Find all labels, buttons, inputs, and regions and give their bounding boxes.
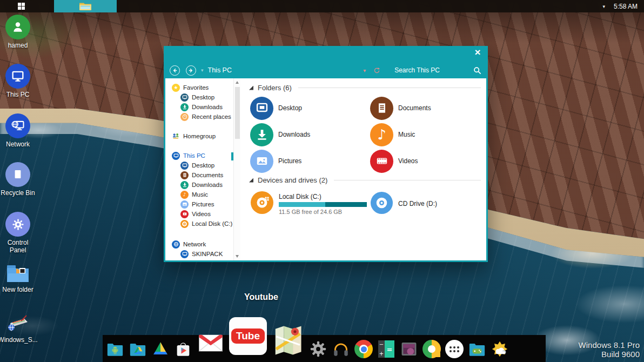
scrollbar-thumb[interactable] xyxy=(235,87,240,139)
forward-button[interactable] xyxy=(186,65,196,76)
desktop-icon-label: hamed xyxy=(8,42,28,49)
dock-tooltip: Youtube xyxy=(244,292,278,302)
desktop-icon-windows-setup[interactable]: Windows_S... xyxy=(0,314,36,344)
group-header-devices[interactable]: Devices and drives (2) xyxy=(249,176,481,184)
breadcrumb[interactable]: This PC xyxy=(208,66,232,74)
folder-tile-documents[interactable]: Documents xyxy=(370,96,486,120)
download-icon xyxy=(180,103,189,111)
monitor-icon xyxy=(180,93,189,102)
drives-grid: Local Disk (C:) 11.5 GB free of 24.6 GB … xyxy=(249,190,481,218)
play-music-headphones-icon[interactable] xyxy=(332,340,350,358)
windows-build-watermark: Windows 8.1 Pro Build 9600 xyxy=(579,340,640,359)
google-maps-icon[interactable] xyxy=(271,323,305,356)
android-folder-icon[interactable] xyxy=(106,340,124,358)
sidebar-scrollbar[interactable] xyxy=(233,78,240,260)
folder-tile-videos[interactable]: Videos xyxy=(370,149,486,173)
sidebar-item-documents[interactable]: Documents xyxy=(165,170,233,180)
folder-icon xyxy=(79,2,92,11)
close-icon[interactable]: × xyxy=(472,48,484,58)
sidebar-item-pc-downloads[interactable]: Downloads xyxy=(165,180,233,190)
folder-content-pane: Folders (6) Desktop Documents xyxy=(240,78,486,260)
sidebar-item-music[interactable]: ♪ Music xyxy=(165,190,233,199)
folder-tile-music[interactable]: ♪ Music xyxy=(370,123,486,146)
folder-tile-desktop[interactable]: Desktop xyxy=(250,96,370,120)
folder-tile-pictures[interactable]: Pictures xyxy=(250,149,370,173)
recent-locations-chevron-icon[interactable]: ▾ xyxy=(201,68,204,73)
user-avatar-icon xyxy=(5,15,30,39)
video-icon xyxy=(180,210,189,218)
folder-tile-downloads[interactable]: Downloads xyxy=(250,123,370,146)
desktop-icon-user[interactable]: hamed xyxy=(0,15,36,49)
disk-usage-bar xyxy=(279,202,367,207)
youtube-icon[interactable]: Tube xyxy=(229,317,267,355)
app-drawer-icon[interactable] xyxy=(445,340,464,358)
drive-tile-local-disk[interactable]: Local Disk (C:) 11.5 GB free of 24.6 GB xyxy=(250,190,370,218)
film-strip-icon xyxy=(370,150,393,173)
settings-gear-icon[interactable] xyxy=(309,340,327,358)
app-dock: Tube −+= xyxy=(103,335,546,362)
desktop-icon-this-pc[interactable]: This PC xyxy=(0,64,36,98)
desktop-icon-recycle-bin[interactable]: Recycle Bin xyxy=(0,162,36,197)
desktop-screen: ▾ 5:58 AM hamed This PC Network Recycle … xyxy=(0,0,644,362)
play-store-icon[interactable] xyxy=(174,340,192,358)
document-icon xyxy=(370,97,393,120)
taskbar-file-explorer-button[interactable] xyxy=(54,0,117,12)
hard-disk-icon xyxy=(250,191,274,217)
chrome-icon[interactable] xyxy=(354,340,373,358)
refresh-icon[interactable] xyxy=(373,67,380,74)
sidebar-item-videos[interactable]: Videos xyxy=(165,209,233,219)
download-icon xyxy=(250,123,273,146)
gmail-icon[interactable] xyxy=(197,329,225,357)
search-icon[interactable] xyxy=(473,66,481,75)
desktop-icon-network[interactable]: Network xyxy=(0,113,36,148)
desktop-icon-control-panel[interactable]: Control Panel xyxy=(0,212,36,254)
photo-icon xyxy=(250,150,273,173)
address-dropdown-chevron-icon[interactable]: ▾ xyxy=(363,68,366,73)
sidebar-item-local-disk[interactable]: Local Disk (C:) xyxy=(165,219,233,229)
sidebar-item-pc-desktop[interactable]: Desktop xyxy=(165,160,233,170)
sidebar-item-favorites[interactable]: ★ Favorites xyxy=(165,83,233,92)
collapse-triangle-icon[interactable] xyxy=(249,178,253,183)
sidebar-item-desktop[interactable]: Desktop xyxy=(165,92,233,102)
explorer-toolbar: ▾ This PC ▾ Search This PC xyxy=(164,62,488,78)
scroll-down-arrow-icon[interactable] xyxy=(236,255,239,258)
taskbar-chevron-icon[interactable]: ▾ xyxy=(602,4,605,9)
folder-icon xyxy=(5,263,30,284)
google-drive-icon[interactable] xyxy=(151,340,170,358)
games-folder-icon[interactable] xyxy=(468,340,486,358)
search-input[interactable]: Search This PC xyxy=(394,66,440,74)
sidebar-item-recent-places[interactable]: Recent places xyxy=(165,112,233,122)
desktop-icon-label: New folder xyxy=(2,286,33,293)
chat-icon[interactable] xyxy=(422,340,441,358)
arrow-left-icon xyxy=(172,68,178,73)
disk-icon xyxy=(180,220,189,228)
sidebar-item-pictures[interactable]: Pictures xyxy=(165,199,233,209)
file-explorer-window: × ▾ This PC ▾ Search This PC xyxy=(164,46,488,262)
sidebar-item-this-pc[interactable]: This PC xyxy=(165,151,233,160)
monitor-icon xyxy=(180,162,189,170)
back-button[interactable] xyxy=(170,65,180,76)
download-icon xyxy=(180,181,189,189)
clock-icon xyxy=(180,113,189,121)
nav-sidebar: ★ Favorites Desktop Downloads Recent pla… xyxy=(165,78,233,260)
gear-icon xyxy=(5,212,30,237)
desktop-icon-new-folder[interactable]: New folder xyxy=(0,263,36,293)
weather-icon[interactable] xyxy=(491,340,509,358)
sidebar-item-skinpack[interactable]: SKINPACK xyxy=(165,249,233,259)
scroll-up-arrow-icon[interactable] xyxy=(236,81,239,84)
calculator-icon[interactable]: −+= xyxy=(377,340,395,358)
sidebar-item-homegroup[interactable]: Homegroup xyxy=(165,131,233,141)
music-note-icon: ♪ xyxy=(370,123,393,146)
group-header-folders[interactable]: Folders (6) xyxy=(249,84,481,92)
collapse-triangle-icon[interactable] xyxy=(249,86,253,90)
start-button[interactable] xyxy=(12,0,30,12)
sidebar-item-downloads[interactable]: Downloads xyxy=(165,102,233,112)
files-folder-icon[interactable] xyxy=(129,340,147,358)
cd-drive-icon xyxy=(370,191,393,217)
explorer-body: ★ Favorites Desktop Downloads Recent pla… xyxy=(165,78,486,260)
youtube-logo-text: Tube xyxy=(231,329,265,344)
sidebar-item-network[interactable]: Network xyxy=(165,239,233,249)
desktop-icon-label: Control Panel xyxy=(0,239,36,254)
drive-tile-cd[interactable]: CD Drive (D:) xyxy=(370,190,486,218)
gallery-icon[interactable] xyxy=(400,340,418,358)
